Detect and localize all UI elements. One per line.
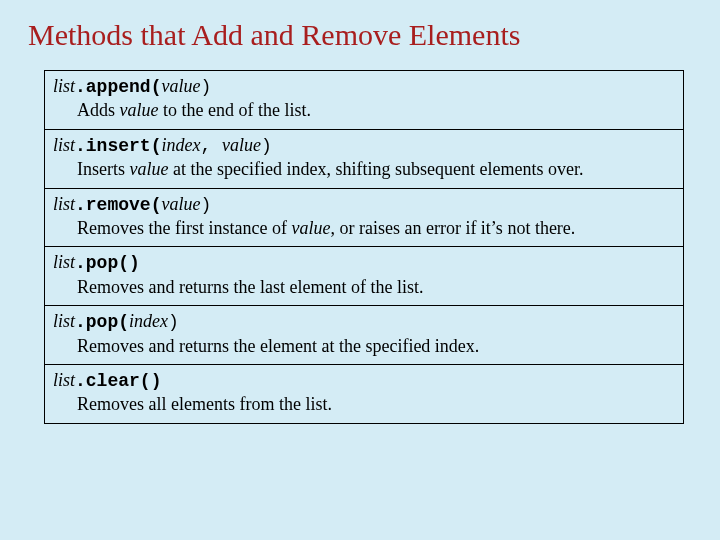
method-cell: list.insert(index, value) Inserts value … (45, 129, 684, 188)
method-name: .remove( (75, 195, 161, 215)
method-signature: list.clear() (53, 369, 675, 393)
method-description: Removes and returns the element at the s… (53, 335, 675, 358)
desc-text: to the end of the list. (159, 100, 311, 120)
paren-close: ) (168, 312, 179, 332)
desc-text: Removes and returns the last element of … (77, 277, 423, 297)
method-signature: list.pop(index) (53, 310, 675, 334)
method-signature: list.insert(index, value) (53, 134, 675, 158)
method-description: Inserts value at the specified index, sh… (53, 158, 675, 181)
desc-italic: value (120, 100, 159, 120)
method-description: Removes all elements from the list. (53, 393, 675, 416)
desc-text: Removes the first instance of (77, 218, 291, 238)
paren-close: ) (261, 136, 272, 156)
method-cell: list.remove(value) Removes the first ins… (45, 188, 684, 247)
method-param: value (222, 135, 261, 155)
method-cell: list.pop() Removes and returns the last … (45, 247, 684, 306)
obj-name: list (53, 311, 75, 331)
method-name: .pop() (75, 253, 140, 273)
obj-name: list (53, 194, 75, 214)
desc-text: Removes and returns the element at the s… (77, 336, 479, 356)
table-row: list.clear() Removes all elements from t… (45, 364, 684, 423)
page-title: Methods that Add and Remove Elements (28, 18, 692, 52)
paren-close: ) (200, 195, 211, 215)
paren-close: ) (200, 77, 211, 97)
method-signature: list.pop() (53, 251, 675, 275)
method-description: Removes the first instance of value, or … (53, 217, 675, 240)
methods-table: list.append(value) Adds value to the end… (44, 70, 684, 424)
method-name: .append( (75, 77, 161, 97)
method-param: index (129, 311, 168, 331)
desc-text: Adds (77, 100, 120, 120)
table-row: list.pop(index) Removes and returns the … (45, 306, 684, 365)
desc-text: Removes all elements from the list. (77, 394, 332, 414)
desc-italic: value (130, 159, 169, 179)
method-cell: list.clear() Removes all elements from t… (45, 364, 684, 423)
method-cell: list.pop(index) Removes and returns the … (45, 306, 684, 365)
method-signature: list.remove(value) (53, 193, 675, 217)
method-name: .insert( (75, 136, 161, 156)
method-name: .pop( (75, 312, 129, 332)
desc-italic: value (291, 218, 330, 238)
method-description: Removes and returns the last element of … (53, 276, 675, 299)
method-name: .clear() (75, 371, 161, 391)
table-row: list.insert(index, value) Inserts value … (45, 129, 684, 188)
table-row: list.remove(value) Removes the first ins… (45, 188, 684, 247)
method-signature: list.append(value) (53, 75, 675, 99)
slide: Methods that Add and Remove Elements lis… (0, 0, 720, 452)
desc-text: at the specified index, shifting subsequ… (168, 159, 583, 179)
obj-name: list (53, 252, 75, 272)
method-param: index (161, 135, 200, 155)
obj-name: list (53, 76, 75, 96)
table-row: list.append(value) Adds value to the end… (45, 71, 684, 130)
comma: , (200, 136, 222, 156)
obj-name: list (53, 370, 75, 390)
obj-name: list (53, 135, 75, 155)
method-description: Adds value to the end of the list. (53, 99, 675, 122)
method-param: value (161, 76, 200, 96)
desc-text: , or raises an error if it’s not there. (330, 218, 575, 238)
desc-text: Inserts (77, 159, 130, 179)
method-param: value (161, 194, 200, 214)
table-row: list.pop() Removes and returns the last … (45, 247, 684, 306)
method-cell: list.append(value) Adds value to the end… (45, 71, 684, 130)
